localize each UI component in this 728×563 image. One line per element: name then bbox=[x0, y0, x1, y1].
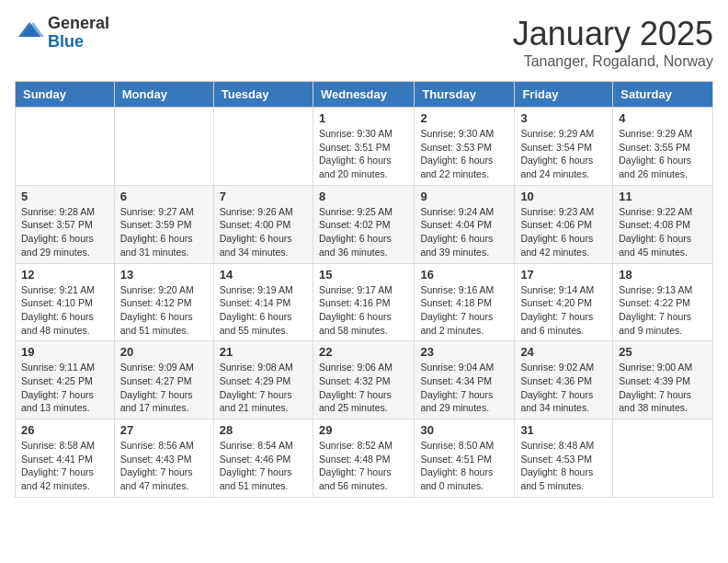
day-number: 14 bbox=[220, 268, 307, 282]
day-number: 13 bbox=[120, 268, 208, 282]
day-info: Sunrise: 9:30 AM Sunset: 3:51 PM Dayligh… bbox=[319, 127, 408, 181]
day-number: 12 bbox=[21, 268, 108, 282]
weekday-header-tuesday: Tuesday bbox=[213, 82, 313, 108]
day-info: Sunrise: 9:24 AM Sunset: 4:04 PM Dayligh… bbox=[420, 205, 508, 259]
day-info: Sunrise: 9:20 AM Sunset: 4:12 PM Dayligh… bbox=[120, 283, 208, 338]
day-info: Sunrise: 9:30 AM Sunset: 3:53 PM Dayligh… bbox=[420, 127, 508, 181]
day-number: 11 bbox=[619, 190, 707, 203]
calendar-cell: 28Sunrise: 8:54 AM Sunset: 4:46 PM Dayli… bbox=[213, 419, 313, 498]
calendar-cell: 23Sunrise: 9:04 AM Sunset: 4:34 PM Dayli… bbox=[415, 341, 515, 419]
day-info: Sunrise: 9:29 AM Sunset: 3:54 PM Dayligh… bbox=[520, 127, 607, 181]
day-number: 29 bbox=[319, 423, 408, 437]
calendar-cell: 7Sunrise: 9:26 AM Sunset: 4:00 PM Daylig… bbox=[213, 185, 313, 263]
day-info: Sunrise: 9:26 AM Sunset: 4:00 PM Dayligh… bbox=[220, 205, 307, 259]
calendar-week-2: 5Sunrise: 9:28 AM Sunset: 3:57 PM Daylig… bbox=[16, 185, 713, 263]
day-info: Sunrise: 9:19 AM Sunset: 4:14 PM Dayligh… bbox=[220, 283, 307, 338]
logo: General Blue bbox=[15, 15, 109, 52]
weekday-header-monday: Monday bbox=[114, 82, 213, 108]
calendar-cell: 24Sunrise: 9:02 AM Sunset: 4:36 PM Dayli… bbox=[515, 341, 613, 419]
calendar-cell: 26Sunrise: 8:58 AM Sunset: 4:41 PM Dayli… bbox=[16, 419, 115, 498]
day-info: Sunrise: 9:28 AM Sunset: 3:57 PM Dayligh… bbox=[21, 205, 108, 259]
calendar-cell: 30Sunrise: 8:50 AM Sunset: 4:51 PM Dayli… bbox=[415, 419, 515, 498]
calendar-cell: 19Sunrise: 9:11 AM Sunset: 4:25 PM Dayli… bbox=[16, 341, 115, 419]
weekday-header-sunday: Sunday bbox=[16, 82, 115, 108]
title-area: January 2025 Tananger, Rogaland, Norway bbox=[513, 15, 713, 70]
calendar-cell bbox=[16, 108, 115, 186]
calendar-week-5: 26Sunrise: 8:58 AM Sunset: 4:41 PM Dayli… bbox=[16, 419, 713, 498]
day-info: Sunrise: 9:00 AM Sunset: 4:39 PM Dayligh… bbox=[619, 361, 707, 415]
calendar-cell: 22Sunrise: 9:06 AM Sunset: 4:32 PM Dayli… bbox=[313, 341, 414, 419]
day-info: Sunrise: 8:52 AM Sunset: 4:48 PM Dayligh… bbox=[319, 439, 408, 493]
calendar-week-3: 12Sunrise: 9:21 AM Sunset: 4:10 PM Dayli… bbox=[16, 263, 713, 341]
day-number: 5 bbox=[21, 190, 108, 203]
calendar-cell: 21Sunrise: 9:08 AM Sunset: 4:29 PM Dayli… bbox=[213, 341, 313, 419]
day-number: 24 bbox=[520, 345, 607, 359]
day-info: Sunrise: 9:25 AM Sunset: 4:02 PM Dayligh… bbox=[319, 205, 408, 259]
day-number: 25 bbox=[619, 345, 707, 359]
day-info: Sunrise: 9:13 AM Sunset: 4:22 PM Dayligh… bbox=[619, 283, 707, 338]
day-info: Sunrise: 8:58 AM Sunset: 4:41 PM Dayligh… bbox=[21, 439, 108, 493]
calendar-cell: 13Sunrise: 9:20 AM Sunset: 4:12 PM Dayli… bbox=[114, 263, 213, 341]
calendar-cell: 29Sunrise: 8:52 AM Sunset: 4:48 PM Dayli… bbox=[313, 419, 414, 498]
calendar-cell: 10Sunrise: 9:23 AM Sunset: 4:06 PM Dayli… bbox=[515, 185, 613, 263]
calendar-cell bbox=[213, 108, 313, 186]
calendar-header: SundayMondayTuesdayWednesdayThursdayFrid… bbox=[16, 82, 713, 108]
calendar-cell: 16Sunrise: 9:16 AM Sunset: 4:18 PM Dayli… bbox=[415, 263, 515, 341]
calendar-cell: 12Sunrise: 9:21 AM Sunset: 4:10 PM Dayli… bbox=[16, 263, 115, 341]
calendar-cell bbox=[613, 419, 713, 498]
day-info: Sunrise: 9:22 AM Sunset: 4:08 PM Dayligh… bbox=[619, 205, 707, 259]
day-number: 27 bbox=[120, 423, 208, 437]
calendar-cell: 31Sunrise: 8:48 AM Sunset: 4:53 PM Dayli… bbox=[515, 419, 613, 498]
day-info: Sunrise: 9:04 AM Sunset: 4:34 PM Dayligh… bbox=[420, 361, 508, 415]
day-info: Sunrise: 9:16 AM Sunset: 4:18 PM Dayligh… bbox=[420, 283, 508, 338]
day-info: Sunrise: 8:50 AM Sunset: 4:51 PM Dayligh… bbox=[420, 439, 508, 493]
day-info: Sunrise: 9:14 AM Sunset: 4:20 PM Dayligh… bbox=[520, 283, 607, 338]
calendar-week-4: 19Sunrise: 9:11 AM Sunset: 4:25 PM Dayli… bbox=[16, 341, 713, 419]
calendar-cell: 20Sunrise: 9:09 AM Sunset: 4:27 PM Dayli… bbox=[114, 341, 213, 419]
logo-text: General Blue bbox=[48, 15, 109, 52]
weekday-header-friday: Friday bbox=[515, 82, 613, 108]
calendar-week-1: 1Sunrise: 9:30 AM Sunset: 3:51 PM Daylig… bbox=[16, 108, 713, 186]
day-info: Sunrise: 9:27 AM Sunset: 3:59 PM Dayligh… bbox=[120, 205, 208, 259]
day-number: 20 bbox=[120, 345, 208, 359]
calendar-cell: 1Sunrise: 9:30 AM Sunset: 3:51 PM Daylig… bbox=[313, 108, 414, 186]
day-info: Sunrise: 9:29 AM Sunset: 3:55 PM Dayligh… bbox=[619, 127, 707, 181]
day-number: 26 bbox=[21, 423, 108, 437]
day-number: 7 bbox=[220, 190, 307, 203]
day-info: Sunrise: 8:54 AM Sunset: 4:46 PM Dayligh… bbox=[220, 439, 307, 493]
calendar-cell: 2Sunrise: 9:30 AM Sunset: 3:53 PM Daylig… bbox=[415, 108, 515, 186]
day-info: Sunrise: 9:08 AM Sunset: 4:29 PM Dayligh… bbox=[220, 361, 307, 415]
day-number: 31 bbox=[520, 423, 607, 437]
weekday-header-saturday: Saturday bbox=[613, 82, 713, 108]
calendar-cell: 18Sunrise: 9:13 AM Sunset: 4:22 PM Dayli… bbox=[613, 263, 713, 341]
day-number: 19 bbox=[21, 345, 108, 359]
day-number: 1 bbox=[319, 111, 408, 125]
day-number: 2 bbox=[420, 111, 508, 125]
day-number: 4 bbox=[619, 111, 707, 125]
weekday-header-wednesday: Wednesday bbox=[313, 82, 414, 108]
calendar-cell: 17Sunrise: 9:14 AM Sunset: 4:20 PM Dayli… bbox=[515, 263, 613, 341]
calendar-table: SundayMondayTuesdayWednesdayThursdayFrid… bbox=[15, 81, 713, 498]
month-title: January 2025 bbox=[513, 15, 713, 53]
day-number: 15 bbox=[319, 268, 408, 282]
calendar-body: 1Sunrise: 9:30 AM Sunset: 3:51 PM Daylig… bbox=[16, 108, 713, 498]
day-number: 28 bbox=[220, 423, 307, 437]
weekday-header-thursday: Thursday bbox=[415, 82, 515, 108]
calendar-cell: 25Sunrise: 9:00 AM Sunset: 4:39 PM Dayli… bbox=[613, 341, 713, 419]
day-info: Sunrise: 8:48 AM Sunset: 4:53 PM Dayligh… bbox=[520, 439, 607, 493]
calendar-cell: 4Sunrise: 9:29 AM Sunset: 3:55 PM Daylig… bbox=[613, 108, 713, 186]
calendar-cell: 3Sunrise: 9:29 AM Sunset: 3:54 PM Daylig… bbox=[515, 108, 613, 186]
day-info: Sunrise: 9:11 AM Sunset: 4:25 PM Dayligh… bbox=[21, 361, 108, 415]
day-number: 6 bbox=[120, 190, 208, 203]
calendar-cell: 8Sunrise: 9:25 AM Sunset: 4:02 PM Daylig… bbox=[313, 185, 414, 263]
calendar-cell: 5Sunrise: 9:28 AM Sunset: 3:57 PM Daylig… bbox=[16, 185, 115, 263]
location-title: Tananger, Rogaland, Norway bbox=[513, 53, 713, 70]
calendar-cell: 9Sunrise: 9:24 AM Sunset: 4:04 PM Daylig… bbox=[415, 185, 515, 263]
logo-icon bbox=[15, 18, 44, 48]
day-info: Sunrise: 9:06 AM Sunset: 4:32 PM Dayligh… bbox=[319, 361, 408, 415]
day-number: 8 bbox=[319, 190, 408, 203]
calendar-cell bbox=[114, 108, 213, 186]
day-info: Sunrise: 9:23 AM Sunset: 4:06 PM Dayligh… bbox=[520, 205, 607, 259]
logo-blue: Blue bbox=[48, 33, 109, 52]
day-info: Sunrise: 9:21 AM Sunset: 4:10 PM Dayligh… bbox=[21, 283, 108, 338]
